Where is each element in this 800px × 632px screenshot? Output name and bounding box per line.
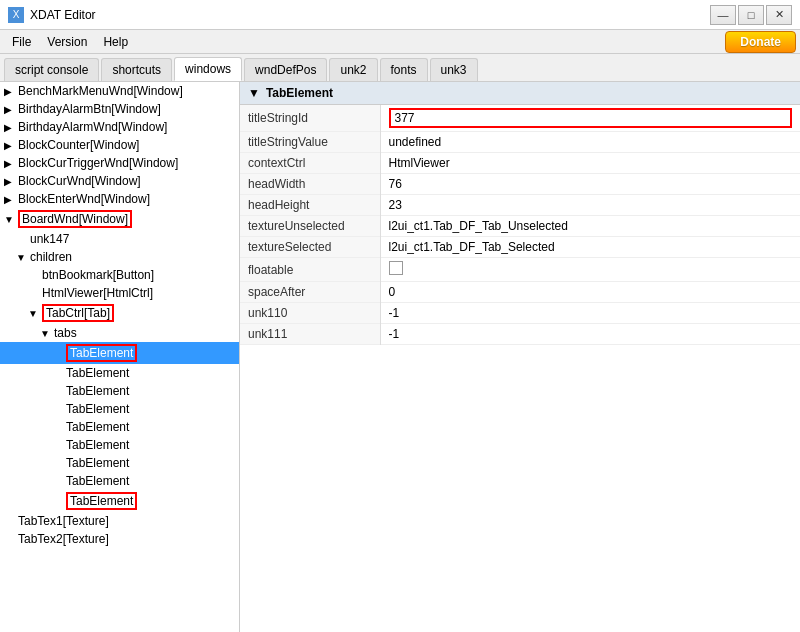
- prop-key: floatable: [240, 258, 380, 282]
- tree-item-label: BenchMarkMenuWnd[Window]: [18, 84, 183, 98]
- tab-unk2[interactable]: unk2: [329, 58, 377, 81]
- tab-unk3[interactable]: unk3: [430, 58, 478, 81]
- collapse-icon: ▼: [248, 86, 260, 100]
- prop-value: l2ui_ct1.Tab_DF_Tab_Selected: [380, 237, 800, 258]
- prop-value: [380, 258, 800, 282]
- tree-toggle-icon: ▶: [4, 104, 18, 115]
- tree-item-label: BlockCurWnd[Window]: [18, 174, 141, 188]
- prop-key: unk111: [240, 324, 380, 345]
- tree-item[interactable]: TabElement: [0, 364, 239, 382]
- tree-item-label: BlockEnterWnd[Window]: [18, 192, 150, 206]
- tree-item-label: TabTex1[Texture]: [18, 514, 109, 528]
- tree-item[interactable]: TabElement: [0, 342, 239, 364]
- tree-item[interactable]: ▶BlockCurWnd[Window]: [0, 172, 239, 190]
- tree-item[interactable]: TabTex2[Texture]: [0, 530, 239, 548]
- tree-item[interactable]: ▼children: [0, 248, 239, 266]
- tree-item[interactable]: ▶BirthdayAlarmWnd[Window]: [0, 118, 239, 136]
- prop-value: -1: [380, 303, 800, 324]
- prop-key: headWidth: [240, 174, 380, 195]
- menu-version[interactable]: Version: [39, 33, 95, 51]
- prop-row: unk110-1: [240, 303, 800, 324]
- tree-item[interactable]: ▼BoardWnd[Window]: [0, 208, 239, 230]
- props-panel: ▼ TabElement titleStringIdtitleStringVal…: [240, 82, 800, 632]
- tree-toggle-icon: ▶: [4, 176, 18, 187]
- prop-value: HtmlViewer: [380, 153, 800, 174]
- prop-row: floatable: [240, 258, 800, 282]
- tab-windows[interactable]: windows: [174, 57, 242, 81]
- tree-item-label: TabElement: [66, 492, 137, 510]
- tab-wnddefpos[interactable]: wndDefPos: [244, 58, 327, 81]
- tree-toggle-icon: ▼: [28, 308, 42, 319]
- prop-value: -1: [380, 324, 800, 345]
- tree-item[interactable]: ▶BlockCurTriggerWnd[Window]: [0, 154, 239, 172]
- tree-item-label: TabElement: [66, 474, 129, 488]
- tree-item[interactable]: TabElement: [0, 490, 239, 512]
- menu-help[interactable]: Help: [95, 33, 136, 51]
- prop-row: titleStringId: [240, 105, 800, 132]
- main-content: ▶BenchMarkMenuWnd[Window]▶BirthdayAlarmB…: [0, 82, 800, 632]
- tree-toggle-icon: ▶: [4, 158, 18, 169]
- prop-checkbox[interactable]: [389, 261, 403, 275]
- prop-key: titleStringValue: [240, 132, 380, 153]
- tree-toggle-icon: ▶: [4, 140, 18, 151]
- tree-toggle-icon: ▼: [4, 214, 18, 225]
- prop-value[interactable]: [380, 105, 800, 132]
- prop-value: 76: [380, 174, 800, 195]
- prop-key: textureUnselected: [240, 216, 380, 237]
- tab-script-console[interactable]: script console: [4, 58, 99, 81]
- tree-item-label: BirthdayAlarmBtn[Window]: [18, 102, 161, 116]
- tabs-bar: script console shortcuts windows wndDefP…: [0, 54, 800, 82]
- maximize-button[interactable]: □: [738, 5, 764, 25]
- prop-key: titleStringId: [240, 105, 380, 132]
- donate-button[interactable]: Donate: [725, 31, 796, 53]
- tab-fonts[interactable]: fonts: [380, 58, 428, 81]
- tree-toggle-icon: ▶: [4, 86, 18, 97]
- tree-item-label: BlockCurTriggerWnd[Window]: [18, 156, 178, 170]
- prop-row: textureUnselectedl2ui_ct1.Tab_DF_Tab_Uns…: [240, 216, 800, 237]
- prop-value: undefined: [380, 132, 800, 153]
- tree-item[interactable]: ▶BlockCounter[Window]: [0, 136, 239, 154]
- tree-toggle-icon: ▶: [4, 194, 18, 205]
- tree-item[interactable]: ▼tabs: [0, 324, 239, 342]
- tree-toggle-icon: ▼: [16, 252, 30, 263]
- tree-item[interactable]: btnBookmark[Button]: [0, 266, 239, 284]
- props-title: TabElement: [266, 86, 333, 100]
- menu-file[interactable]: File: [4, 33, 39, 51]
- tree-toggle-icon: ▼: [40, 328, 54, 339]
- tree-item-label: TabElement: [66, 366, 129, 380]
- tree-item[interactable]: ▶BenchMarkMenuWnd[Window]: [0, 82, 239, 100]
- minimize-button[interactable]: —: [710, 5, 736, 25]
- tree-item[interactable]: unk147: [0, 230, 239, 248]
- tree-item-label: TabElement: [66, 384, 129, 398]
- prop-input-highlighted[interactable]: [389, 108, 793, 128]
- tree-item-label: BlockCounter[Window]: [18, 138, 139, 152]
- prop-key: headHeight: [240, 195, 380, 216]
- prop-key: textureSelected: [240, 237, 380, 258]
- tab-shortcuts[interactable]: shortcuts: [101, 58, 172, 81]
- prop-value: 0: [380, 282, 800, 303]
- tree-item[interactable]: TabElement: [0, 418, 239, 436]
- tree-item-label: TabCtrl[Tab]: [42, 304, 114, 322]
- tree-item[interactable]: HtmlViewer[HtmlCtrl]: [0, 284, 239, 302]
- tree-item[interactable]: TabElement: [0, 400, 239, 418]
- tree-item-label: tabs: [54, 326, 77, 340]
- tree-item[interactable]: ▼TabCtrl[Tab]: [0, 302, 239, 324]
- prop-row: headWidth76: [240, 174, 800, 195]
- tree-item[interactable]: TabElement: [0, 454, 239, 472]
- props-table: titleStringIdtitleStringValueundefinedco…: [240, 105, 800, 345]
- tree-item[interactable]: TabTex1[Texture]: [0, 512, 239, 530]
- tree-item[interactable]: TabElement: [0, 436, 239, 454]
- prop-row: titleStringValueundefined: [240, 132, 800, 153]
- prop-row: unk111-1: [240, 324, 800, 345]
- close-button[interactable]: ✕: [766, 5, 792, 25]
- tree-item[interactable]: ▶BirthdayAlarmBtn[Window]: [0, 100, 239, 118]
- app-icon: X: [8, 7, 24, 23]
- tree-item[interactable]: ▶BlockEnterWnd[Window]: [0, 190, 239, 208]
- tree-panel[interactable]: ▶BenchMarkMenuWnd[Window]▶BirthdayAlarmB…: [0, 82, 240, 632]
- titlebar-left: X XDAT Editor: [8, 7, 96, 23]
- tree-item[interactable]: TabElement: [0, 472, 239, 490]
- titlebar-title: XDAT Editor: [30, 8, 96, 22]
- tree-item[interactable]: TabElement: [0, 382, 239, 400]
- tree-item-label: TabElement: [66, 438, 129, 452]
- tree-item-label: unk147: [30, 232, 69, 246]
